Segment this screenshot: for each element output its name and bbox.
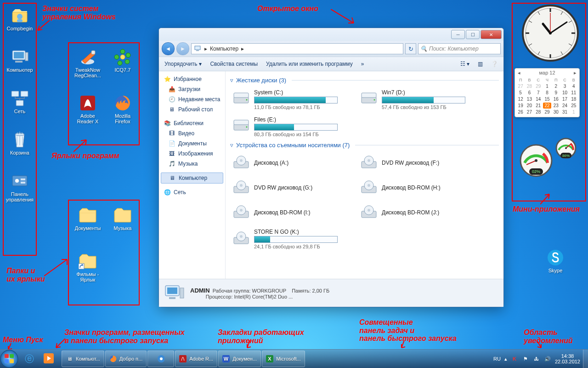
- drive-Дисковод (A:)[interactable]: Дисковод (A:): [230, 152, 349, 174]
- drive-Дисковод BD-ROM (H:)[interactable]: Дисковод BD-ROM (H:): [358, 177, 476, 199]
- desktop-icon-icq[interactable]: ICQ7.7: [107, 48, 139, 73]
- task-itunes[interactable]: [147, 351, 174, 367]
- desktop-icon-tweaknow[interactable]: TweakNow RegClean...: [72, 48, 104, 78]
- nav-libraries[interactable]: 📚Библиотеки: [159, 118, 225, 128]
- forward-button[interactable]: ►: [176, 42, 189, 55]
- svg-rect-6: [25, 52, 28, 61]
- network-tray-icon[interactable]: 🖧: [533, 355, 540, 362]
- task-adobe[interactable]: Adobe R...: [175, 351, 217, 367]
- optical-drive-icon: [360, 179, 378, 197]
- minimize-button[interactable]: ─: [451, 30, 465, 39]
- flag-icon[interactable]: ⚑: [522, 355, 529, 362]
- anno-start: Меню Пуск: [3, 336, 43, 344]
- group-removable[interactable]: ▿ Устройства со съемными носителями (7): [230, 142, 499, 149]
- tray-clock[interactable]: 14:3822.03.2012: [555, 353, 580, 364]
- icon-label: Документы: [72, 225, 104, 231]
- group-hdd[interactable]: ▿ Жесткие диски (3): [230, 77, 499, 84]
- ie-icon: ⓔ: [25, 353, 34, 365]
- excel-icon: X: [266, 355, 273, 362]
- desktop-icon-control-panel[interactable]: Панель управления: [4, 172, 36, 202]
- desktop-icon-compbegin[interactable]: Compbegin: [4, 6, 36, 31]
- drive-Дисковод BD-ROM (I:)[interactable]: Дисковод BD-ROM (I:): [230, 202, 349, 224]
- nav-downloads[interactable]: 📥Загрузки: [159, 84, 225, 94]
- desktop-folder-docs[interactable]: Документы: [72, 206, 104, 231]
- refresh-button[interactable]: ↻: [405, 43, 416, 54]
- svg-point-49: [368, 184, 370, 187]
- task-explorer[interactable]: 🖥Компьют...: [62, 351, 104, 367]
- drive-STORE N GO (K:)[interactable]: STORE N GO (K:)24,1 ГБ свободно из 29,8 …: [230, 227, 349, 251]
- anno-sys-icons: Значки систем упраления Windows: [42, 5, 116, 21]
- address-bar[interactable]: ▸ Компьютер ▸: [191, 43, 403, 54]
- desktop-icon-skype[interactable]: Skype: [539, 248, 571, 273]
- navigation-pane: ⭐Избранное 📥Загрузки 🕘Недавние места 🖥Ра…: [159, 71, 226, 279]
- drive-DVD RW дисковод (F:)[interactable]: DVD RW дисковод (F:): [358, 152, 476, 174]
- calendar-gadget[interactable]: ◂мар 12▸ ПВСЧПСВ272829123456789101112131…: [514, 68, 580, 117]
- organize-button[interactable]: Упорядочить ▾: [164, 61, 202, 67]
- close-button[interactable]: ✕: [481, 30, 502, 39]
- show-desktop-button[interactable]: [583, 350, 588, 368]
- maximize-button[interactable]: ☐: [466, 30, 480, 39]
- drive-DVD RW дисковод (G:)[interactable]: DVD RW дисковод (G:): [230, 177, 349, 199]
- uninstall-button[interactable]: Удалить или изменить программу: [266, 61, 353, 67]
- wmp-icon: [44, 353, 54, 365]
- desktop[interactable]: Значки систем упраления Windows Открытое…: [0, 0, 588, 350]
- redbox-sys-icons: [3, 3, 37, 256]
- icon-label: Музыка: [107, 225, 139, 231]
- nav-computer[interactable]: 🖥Компьютер: [161, 172, 223, 184]
- control-panel-icon: [11, 172, 29, 190]
- view-options-button[interactable]: ☷ ▾: [460, 61, 469, 67]
- desktop-icon-network[interactable]: Сеть: [4, 89, 36, 114]
- drive-Win7 (D:)[interactable]: Win7 (D:)57,4 ГБ свободно из 153 ГБ: [358, 87, 476, 112]
- nav-network[interactable]: 🌐Сеть: [159, 187, 225, 197]
- cpu-meter-gadget[interactable]: 02% 86%: [515, 136, 580, 178]
- desktop-folder-films-shortcut[interactable]: Фильмы - Ярлык: [72, 252, 104, 282]
- cal-month: мар 12: [539, 70, 555, 76]
- cal-next[interactable]: ▸: [574, 70, 577, 76]
- drive-Files (E:)[interactable]: Files (E:)80,3 ГБ свободно из 154 ГБ: [230, 115, 349, 139]
- nav-videos[interactable]: 🎞Видео: [159, 128, 225, 138]
- nav-desktop[interactable]: 🖥Рабочий стол: [159, 104, 225, 115]
- desktop-icon-computer[interactable]: Компьютер: [4, 48, 36, 73]
- nav-favorites[interactable]: ⭐Избранное: [159, 74, 225, 84]
- volume-icon[interactable]: 🔊: [544, 355, 551, 362]
- nav-documents[interactable]: 📄Документы: [159, 138, 225, 149]
- nav-pictures[interactable]: 🖼Изображения: [159, 149, 225, 159]
- help-button[interactable]: ❔: [491, 61, 498, 67]
- preview-pane-button[interactable]: ▥: [478, 61, 483, 67]
- drive-Дисковод BD-ROM (J:)[interactable]: Дисковод BD-ROM (J:): [358, 202, 476, 224]
- nav-music[interactable]: 🎵Музыка: [159, 159, 225, 169]
- svg-text:W: W: [224, 356, 229, 362]
- desktop-icon-firefox[interactable]: Mozilla Firefox: [107, 94, 139, 124]
- titlebar[interactable]: ─ ☐ ✕: [159, 28, 503, 41]
- nav-recent[interactable]: 🕘Недавние места: [159, 94, 225, 104]
- start-button[interactable]: [0, 350, 18, 368]
- task-firefox[interactable]: Добро п...: [105, 351, 147, 367]
- svg-rect-4: [14, 52, 24, 58]
- desktop-folder-music[interactable]: Музыка: [107, 206, 139, 231]
- svg-rect-7: [11, 91, 19, 97]
- folder-icon: [113, 206, 132, 224]
- optical-drive-icon: [232, 154, 250, 172]
- pinned-wmp[interactable]: [40, 351, 58, 367]
- breadcrumb[interactable]: Компьютер: [210, 46, 238, 52]
- icon-label: TweakNow RegClean...: [72, 67, 104, 78]
- svg-point-31: [246, 99, 248, 101]
- drive-System (C:)[interactable]: System (C:)11,0 ГБ свободно из 78,1 ГБ: [230, 87, 349, 112]
- desktop-icon-recycle-bin[interactable]: Корзина: [4, 131, 36, 155]
- kaspersky-icon[interactable]: K: [511, 355, 518, 362]
- lang-indicator[interactable]: RU: [493, 356, 501, 362]
- system-properties-button[interactable]: Свойства системы: [210, 61, 258, 67]
- system-tray: RU ▴ K ⚑ 🖧 🔊 14:3822.03.2012: [491, 353, 583, 364]
- clock-gadget[interactable]: [521, 4, 580, 63]
- toolbar-overflow[interactable]: »: [361, 61, 364, 67]
- desktop-icon-adobe-reader[interactable]: Adobe Reader X: [72, 94, 104, 124]
- back-button[interactable]: ◄: [162, 42, 175, 55]
- pinned-ie[interactable]: ⓔ: [20, 351, 39, 367]
- search-box[interactable]: 🔍Поиск: Компьютер: [418, 43, 501, 54]
- adobe-reader-icon: [179, 355, 187, 362]
- task-excel[interactable]: XMicrosoft...: [262, 351, 305, 367]
- content-pane[interactable]: ▿ Жесткие диски (3) System (C:)11,0 ГБ с…: [226, 71, 503, 279]
- cal-prev[interactable]: ◂: [518, 70, 520, 76]
- tray-overflow[interactable]: ▴: [504, 356, 507, 362]
- task-word[interactable]: WДокумен...: [218, 351, 261, 367]
